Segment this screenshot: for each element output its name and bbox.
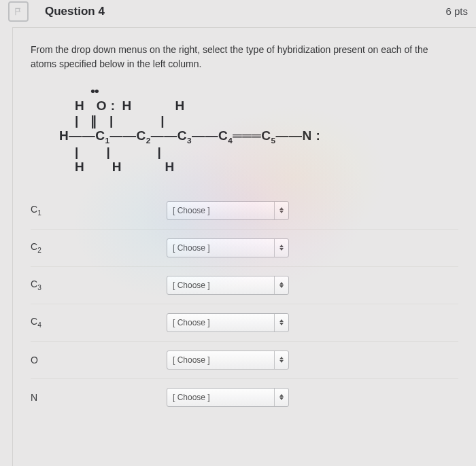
select-placeholder: [ Choose ]	[173, 281, 210, 290]
select-placeholder: [ Choose ]	[173, 355, 210, 365]
chevron-updown-icon	[274, 276, 288, 294]
hybridization-select[interactable]: [ Choose ]	[167, 201, 289, 220]
atom-label: C2	[31, 241, 167, 254]
atom-label: C4	[31, 316, 167, 329]
hybridization-select[interactable]: [ Choose ]	[167, 351, 289, 370]
chevron-updown-icon	[274, 239, 288, 257]
question-title: Question 4	[45, 5, 105, 18]
hybridization-select[interactable]: [ Choose ]	[167, 238, 289, 257]
select-placeholder: [ Choose ]	[173, 243, 210, 253]
question-points: 6 pts	[445, 5, 468, 17]
chevron-updown-icon	[274, 314, 288, 331]
hybridization-select[interactable]: [ Choose ]	[167, 388, 289, 407]
question-prompt: From the drop down menus on the right, s…	[31, 43, 452, 71]
hybridization-select[interactable]: [ Choose ]	[167, 276, 289, 295]
chevron-updown-icon	[274, 202, 288, 219]
answer-row: C4[ Choose ]	[31, 304, 458, 341]
atom-label: O	[31, 355, 167, 365]
select-placeholder: [ Choose ]	[173, 318, 210, 327]
select-placeholder: [ Choose ]	[173, 206, 210, 215]
chevron-updown-icon	[274, 389, 288, 406]
atom-label: C1	[31, 204, 167, 217]
hybridization-select[interactable]: [ Choose ]	[167, 313, 289, 332]
atom-label: C3	[31, 279, 167, 291]
question-card: From the drop down menus on the right, s…	[12, 27, 476, 466]
chevron-updown-icon	[274, 351, 288, 369]
answer-row: C1[ Choose ]	[31, 192, 458, 229]
lewis-structure: •• H O : H H | ‖ | | H——C1——C2——C3——C4══…	[59, 84, 458, 175]
answer-row: C2[ Choose ]	[31, 229, 458, 266]
atom-label: N	[31, 392, 167, 403]
flag-icon[interactable]	[8, 1, 29, 22]
answer-row: O[ Choose ]	[31, 341, 458, 378]
answer-row: N[ Choose ]	[31, 378, 458, 416]
answer-row: C3[ Choose ]	[31, 266, 458, 304]
select-placeholder: [ Choose ]	[173, 393, 210, 402]
